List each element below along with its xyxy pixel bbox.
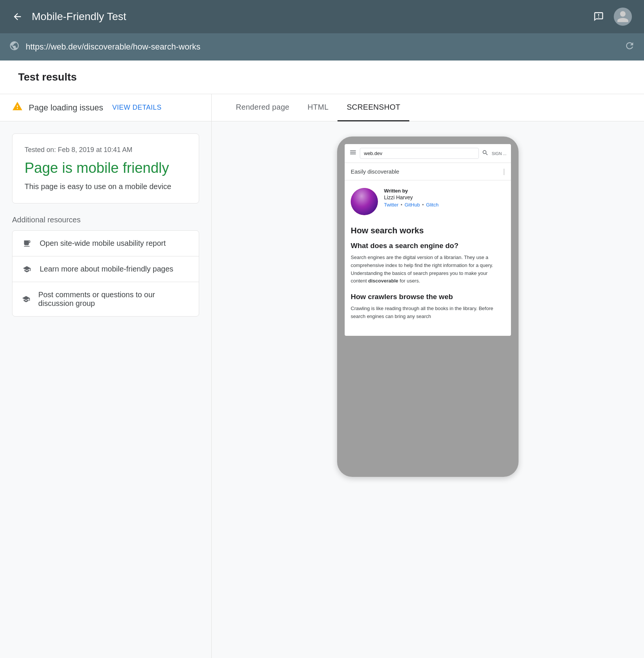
url-bar: https://web.dev/discoverable/how-search-…: [0, 33, 644, 61]
back-button[interactable]: [12, 11, 23, 22]
phone-area: web.dev SIGN ... Easily discoverable |: [212, 121, 644, 658]
warning-icon: [12, 101, 23, 114]
phone-mockup: web.dev SIGN ... Easily discoverable |: [337, 137, 519, 477]
refresh-button[interactable]: [624, 40, 635, 53]
phone-browser-bar: web.dev SIGN ...: [345, 144, 511, 163]
url-text[interactable]: https://web.dev/discoverable/how-search-…: [26, 42, 618, 52]
phone-screen: web.dev SIGN ... Easily discoverable |: [345, 144, 511, 336]
additional-resources-title: Additional resources: [12, 216, 199, 224]
resource-text-1: Open site-wide mobile usability report: [40, 239, 166, 248]
resource-item-3[interactable]: Post comments or questions to our discus…: [12, 282, 199, 316]
phone-author-section: Written by Lizzi Harvey Twitter • GitHub…: [345, 180, 511, 223]
glitch-link[interactable]: Glitch: [426, 202, 438, 208]
right-panel: Rendered page HTML SCREENSHOT web.dev: [212, 94, 644, 658]
author-avatar: [351, 188, 378, 215]
header-icons: [591, 8, 632, 26]
author-info: Written by Lizzi Harvey Twitter • GitHub…: [384, 188, 505, 208]
app-header: Mobile-Friendly Test: [0, 0, 644, 33]
phone-nav-separator: |: [503, 168, 505, 175]
phone-search-icon: [482, 149, 489, 157]
twitter-link[interactable]: Twitter: [384, 202, 398, 208]
written-by-label: Written by: [384, 188, 505, 194]
tab-screenshot[interactable]: SCREENSHOT: [337, 94, 409, 121]
resource-text-3: Post comments or questions to our discus…: [38, 290, 190, 308]
feedback-button[interactable]: [591, 9, 606, 24]
phone-sign-btn[interactable]: SIGN ...: [492, 151, 506, 156]
result-title: Page is mobile friendly: [25, 160, 187, 176]
globe-icon: [9, 40, 20, 53]
page-title: Mobile-Friendly Test: [32, 11, 582, 23]
tab-rendered-page[interactable]: Rendered page: [227, 94, 299, 121]
tab-html[interactable]: HTML: [299, 94, 338, 121]
left-panel: Page loading issues VIEW DETAILS Tested …: [0, 94, 212, 658]
phone-h1: How search works: [351, 226, 505, 236]
author-name: Lizzi Harvey: [384, 194, 505, 200]
phone-content: How search works What does a search engi…: [345, 223, 511, 336]
result-card: Tested on: Feb 8, 2019 at 10:41 AM Page …: [12, 133, 199, 203]
result-desc: This page is easy to use on a mobile dev…: [25, 182, 187, 191]
test-results-header: Test results: [0, 61, 644, 94]
resources-card: Open site-wide mobile usability report L…: [12, 230, 199, 317]
graduation-icon: [22, 265, 32, 273]
resource-item-2[interactable]: Learn more about mobile-friendly pages: [12, 256, 199, 282]
right-tabs: Rendered page HTML SCREENSHOT: [212, 94, 644, 121]
phone-nav-strip: Easily discoverable |: [345, 163, 511, 180]
link-sep-2: •: [422, 202, 424, 208]
graduation-icon-2: [22, 295, 31, 303]
issues-bar: Page loading issues VIEW DETAILS: [0, 94, 211, 121]
view-details-button[interactable]: VIEW DETAILS: [112, 104, 162, 112]
main-content: Page loading issues VIEW DETAILS Tested …: [0, 94, 644, 658]
avatar[interactable]: [614, 8, 632, 26]
test-results-title: Test results: [18, 71, 77, 83]
issues-text: Page loading issues: [29, 103, 103, 113]
github-link[interactable]: GitHub: [405, 202, 420, 208]
resource-text-2: Learn more about mobile-friendly pages: [40, 265, 173, 273]
author-avatar-inner: [351, 188, 378, 215]
phone-url-box[interactable]: web.dev: [360, 148, 479, 159]
additional-resources: Additional resources Open site-wide mobi…: [12, 216, 199, 317]
resource-item-1[interactable]: Open site-wide mobile usability report: [12, 231, 199, 256]
tested-on: Tested on: Feb 8, 2019 at 10:41 AM: [25, 146, 187, 154]
phone-h2: What does a search engine do?: [351, 242, 505, 250]
phone-p1: Search engines are the digital version o…: [351, 254, 505, 285]
author-links: Twitter • GitHub • Glitch: [384, 202, 505, 208]
phone-h2-2: How crawlers browse the web: [351, 293, 505, 301]
phone-p2: Crawling is like reading through all the…: [351, 305, 505, 321]
phone-nav-text: Easily discoverable: [351, 168, 399, 175]
link-sep-1: •: [401, 202, 402, 208]
phone-menu-icon: [349, 149, 357, 158]
report-icon: [22, 239, 32, 248]
